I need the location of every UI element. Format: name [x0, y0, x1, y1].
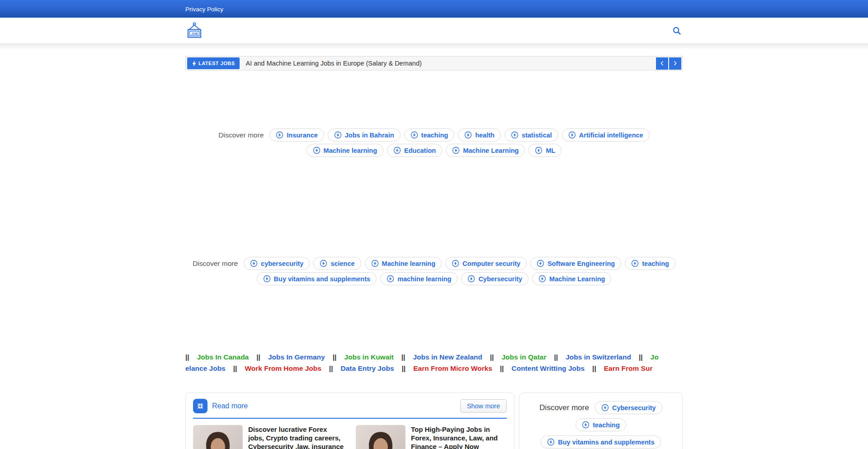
marquee-link[interactable]: || — [402, 364, 406, 373]
marquee-link[interactable]: elance Jobs — [185, 364, 226, 373]
blue-divider — [193, 418, 507, 419]
article-title[interactable]: Discover lucrative Forex jobs, Crypto tr… — [248, 425, 344, 449]
privacy-policy-link[interactable]: Privacy Policy — [185, 6, 223, 13]
marquee-link[interactable]: || — [500, 364, 504, 373]
top-utility-bar: Privacy Policy — [0, 0, 868, 18]
bolt-circle-icon — [250, 260, 258, 267]
marquee-link[interactable]: || — [490, 353, 494, 361]
tag-label: science — [330, 260, 354, 267]
latest-jobs-badge: LATEST JOBS — [187, 57, 240, 69]
bolt-circle-icon — [371, 260, 379, 267]
bolt-circle-icon — [537, 260, 544, 267]
search-icon — [672, 26, 682, 36]
tag-chip[interactable]: health — [458, 128, 501, 142]
tag-chip[interactable]: cybersecurity — [244, 257, 310, 270]
portrait-photo — [193, 425, 243, 449]
show-more-button[interactable]: Show more — [460, 399, 507, 413]
marquee-link[interactable]: || — [401, 353, 406, 361]
tag-label: Jobs in Bahrain — [345, 132, 394, 139]
article-card: Top High-Paying Jobs in Forex, Insurance… — [356, 425, 507, 449]
bolt-circle-icon — [568, 131, 576, 139]
bolt-circle-icon — [320, 260, 327, 267]
bolt-circle-icon — [313, 147, 321, 154]
tag-label: health — [475, 132, 495, 139]
marquee-link[interactable]: Jo — [651, 353, 659, 361]
tag-label: teaching — [593, 421, 620, 429]
chevron-left-icon — [659, 60, 665, 67]
tag-chip[interactable]: ML — [528, 144, 561, 157]
job-sign-icon: JOB — [185, 22, 203, 40]
marquee-link[interactable]: || — [554, 353, 558, 361]
marquee-link[interactable]: Earn From Micro Works — [413, 364, 492, 373]
article-thumbnail[interactable] — [193, 425, 243, 449]
tag-chip[interactable]: teaching — [404, 128, 455, 142]
marquee-link[interactable]: || — [639, 353, 643, 361]
tag-chip[interactable]: Machine Learning — [532, 272, 611, 285]
tag-chip[interactable]: Computer security — [445, 257, 527, 270]
bolt-circle-icon — [452, 260, 459, 267]
tag-label: machine learning — [397, 275, 451, 283]
latest-jobs-ticker: LATEST JOBS AI and Machine Learning Jobs… — [185, 56, 683, 71]
tag-chip[interactable]: Insurance — [269, 128, 324, 142]
job-links-marquee: ||Jobs In Canada||Jobs In Germany||Jobs … — [185, 353, 683, 375]
marquee-link[interactable]: || — [592, 364, 596, 373]
marquee-link[interactable]: Content Writting Jobs — [511, 364, 585, 373]
discover-more-label: Discover more — [218, 131, 264, 139]
tag-label: Software Engineering — [547, 260, 615, 267]
ticker-prev-button[interactable] — [656, 57, 668, 70]
bolt-circle-icon — [535, 147, 542, 154]
marquee-link[interactable]: || — [329, 364, 333, 373]
marquee-link[interactable]: Jobs In Germany — [268, 353, 325, 361]
marquee-link[interactable]: Jobs in New Zealand — [413, 353, 482, 361]
chevron-right-icon — [672, 60, 679, 67]
discover-more-label: Discover more — [193, 260, 238, 268]
marquee-link[interactable]: Earn From Sur — [604, 364, 653, 373]
site-logo[interactable]: JOB — [185, 22, 203, 40]
tag-chip[interactable]: Education — [387, 144, 442, 157]
tag-label: Insurance — [287, 132, 318, 139]
tag-chip[interactable]: machine learning — [380, 272, 458, 285]
portrait-photo — [356, 425, 406, 449]
tag-chip[interactable]: statistical — [505, 128, 558, 142]
marquee-link[interactable]: || — [333, 353, 337, 361]
svg-text:JOB: JOB — [191, 32, 198, 35]
marquee-link[interactable]: || — [233, 364, 237, 373]
ticker-headline-link[interactable]: AI and Machine Learning Jobs in Europe (… — [245, 60, 421, 67]
bolt-circle-icon — [467, 275, 475, 283]
marquee-link[interactable]: Jobs in Kuwait — [344, 353, 393, 361]
tag-chip[interactable]: Buy vitamins and supplements — [257, 272, 377, 285]
article-title[interactable]: Top High-Paying Jobs in Forex, Insurance… — [411, 425, 507, 449]
marquee-link[interactable]: Data Entry Jobs — [341, 364, 394, 373]
tag-chip[interactable]: Artificial intelligence — [562, 128, 650, 142]
tag-chip[interactable]: Cybersecurity — [461, 272, 528, 285]
bolt-circle-icon — [410, 131, 418, 139]
marquee-link[interactable]: || — [185, 353, 189, 361]
marquee-link[interactable]: Work From Home Jobs — [245, 364, 321, 373]
tag-chip[interactable]: Machine learning — [307, 144, 383, 157]
marquee-link[interactable]: Jobs in Qatar — [501, 353, 546, 361]
bolt-circle-icon — [334, 131, 342, 139]
tag-label: cybersecurity — [261, 260, 303, 267]
tag-chip[interactable]: Machine learning — [365, 257, 442, 270]
bolt-circle-icon — [452, 147, 460, 154]
tag-chip[interactable]: Cybersecurity — [595, 401, 662, 414]
tag-label: Buy vitamins and supplements — [274, 275, 371, 283]
read-more-section-title: Read more — [212, 402, 248, 410]
article-thumbnail[interactable] — [356, 425, 406, 449]
search-button[interactable] — [671, 25, 683, 37]
marquee-link[interactable]: || — [256, 353, 260, 361]
marquee-line-1: ||Jobs In Canada||Jobs In Germany||Jobs … — [185, 353, 683, 361]
bolt-icon — [192, 61, 196, 66]
marquee-link[interactable]: Jobs in Switzerland — [566, 353, 631, 361]
tag-chip[interactable]: Software Engineering — [530, 257, 621, 270]
tag-chip[interactable]: Buy vitamins and supplements — [541, 435, 661, 449]
tag-chip[interactable]: teaching — [625, 257, 675, 270]
tag-label: teaching — [642, 260, 669, 267]
ticker-next-button[interactable] — [669, 57, 681, 70]
tag-chip[interactable]: science — [313, 257, 361, 270]
bolt-circle-icon — [464, 131, 472, 139]
marquee-link[interactable]: Jobs In Canada — [197, 353, 249, 361]
tag-chip[interactable]: teaching — [576, 418, 626, 431]
tag-chip[interactable]: Machine Learning — [446, 144, 525, 157]
tag-chip[interactable]: Jobs in Bahrain — [328, 128, 401, 142]
